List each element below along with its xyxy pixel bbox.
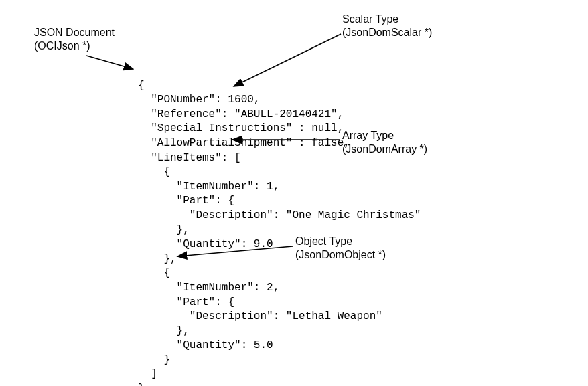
scalar-type-label: Scalar Type (JsonDomScalar *)	[342, 13, 432, 39]
code-line: "ItemNumber": 2,	[138, 282, 279, 294]
code-line: {	[138, 267, 170, 279]
code-line: "Quantity": 5.0	[138, 339, 273, 351]
code-line: "Reference": "ABULL-20140421",	[138, 108, 344, 120]
code-line: {	[138, 80, 145, 92]
code-line: {	[138, 166, 170, 178]
code-line: "Description": "Lethal Weapon"	[138, 310, 382, 322]
arrow-json-document	[86, 56, 133, 69]
code-line: "LineItems": [	[138, 152, 241, 164]
code-line: ]	[138, 368, 157, 380]
diagram-frame: JSON Document (OCIJson *) Scalar Type (J…	[7, 7, 581, 379]
code-line: "Quantity": 9.0	[138, 238, 273, 250]
code-line: "AllowPartialShipment" : false,	[138, 137, 350, 149]
code-line: }	[138, 354, 170, 366]
json-document-label: JSON Document (OCIJson *)	[34, 26, 115, 53]
json-code-block: { "PONumber": 1600, "Reference": "ABULL-…	[138, 64, 421, 386]
code-line: "ItemNumber": 1,	[138, 181, 279, 193]
code-line: },	[138, 325, 190, 337]
code-line: "Part": {	[138, 195, 234, 207]
code-line: "Description": "One Magic Christmas"	[138, 209, 421, 221]
code-line: },	[138, 224, 190, 236]
code-line: "Part": {	[138, 296, 234, 308]
code-line: },	[138, 253, 177, 265]
code-line: }	[138, 383, 145, 386]
code-line: "PONumber": 1600,	[138, 94, 260, 106]
code-line: "Special Instructions" : null,	[138, 122, 344, 134]
